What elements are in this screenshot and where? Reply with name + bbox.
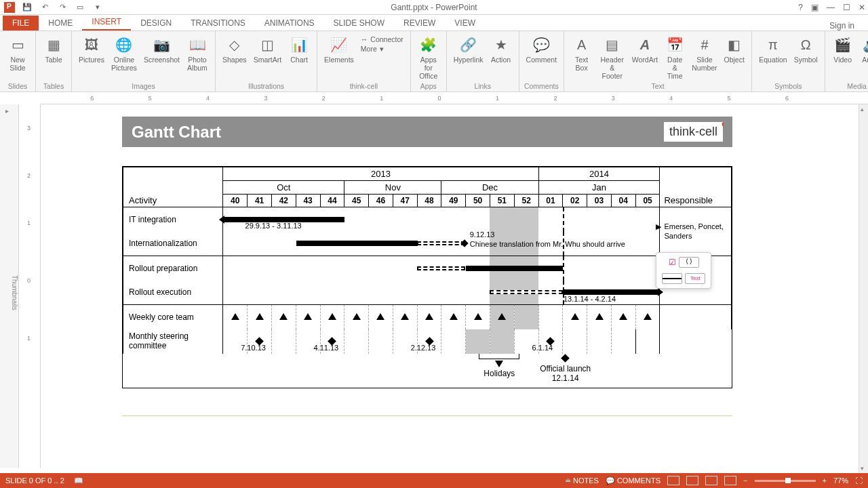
- thumbnails-label: Thumbnails: [11, 275, 18, 310]
- more-button[interactable]: More ▾: [361, 45, 403, 53]
- floating-toolbar[interactable]: ☑ ( ) Text: [656, 252, 711, 289]
- slide-canvas[interactable]: Gantt Chart think-cell Activity 2013 201…: [41, 104, 868, 468]
- ribbon-display-icon[interactable]: ▣: [811, 3, 818, 12]
- online-pictures-button[interactable]: 🌐Online Pictures: [108, 34, 140, 73]
- activity-header: Activity: [123, 167, 223, 207]
- group-text: Text: [568, 82, 747, 90]
- minimize-icon[interactable]: —: [827, 3, 835, 12]
- think-cell-logo: think-cell: [664, 122, 723, 142]
- hyperlink-button[interactable]: 🔗Hyperlink: [451, 34, 486, 65]
- responsible-cell[interactable]: ▶Emersen, Poncet, Sanders: [660, 207, 732, 256]
- tab-view[interactable]: VIEW: [445, 16, 485, 30]
- milestone-icon: [231, 313, 239, 320]
- slide-divider: [122, 415, 732, 416]
- row-rollout-execution[interactable]: Rollout execution 13.1.14 - 4.2.14: [123, 281, 732, 305]
- undo-icon[interactable]: ↶: [39, 2, 50, 13]
- tab-animations[interactable]: ANIMATIONS: [255, 16, 324, 30]
- group-tables: Tables: [40, 82, 67, 90]
- header-footer-button[interactable]: ▤Header & Footer: [596, 34, 628, 81]
- tab-design[interactable]: DESIGN: [131, 16, 181, 30]
- new-slide-button[interactable]: ▭New Slide: [4, 34, 31, 73]
- save-icon[interactable]: 💾: [22, 2, 33, 13]
- smartart-button[interactable]: ◫SmartArt: [251, 34, 284, 65]
- normal-view-icon[interactable]: [667, 476, 679, 485]
- zoom-level[interactable]: 77%: [833, 476, 848, 485]
- date-time-button[interactable]: 📅Date & Time: [662, 34, 688, 81]
- slideshow-view-icon[interactable]: [724, 476, 736, 485]
- symbol-button[interactable]: ΩSymbol: [791, 34, 821, 65]
- start-from-beginning-icon[interactable]: ▭: [75, 2, 85, 13]
- ribbon-tabs: FILE HOME INSERT DESIGN TRANSITIONS ANIM…: [0, 15, 868, 31]
- row-rollout-preparation[interactable]: Rollout preparation ☑ ( ): [123, 256, 732, 281]
- group-media: Media: [829, 82, 868, 90]
- zoom-out-icon[interactable]: −: [743, 476, 747, 485]
- connector-icon: ↔: [361, 35, 368, 43]
- tab-home[interactable]: HOME: [39, 16, 82, 30]
- tab-review[interactable]: REVIEW: [394, 16, 445, 30]
- equation-button[interactable]: πEquation: [756, 34, 789, 65]
- spellcheck-icon[interactable]: 📖: [74, 476, 83, 485]
- zoom-slider[interactable]: [755, 480, 816, 482]
- row-internationalization[interactable]: Internationalization 9.12.13 Chinese tra…: [123, 232, 732, 256]
- row-it-integration[interactable]: IT integration 29.9.13 - 3.11.13 ▶Emerse…: [123, 207, 732, 232]
- zoom-in-icon[interactable]: +: [823, 476, 827, 485]
- customize-qat-icon[interactable]: ▾: [92, 2, 103, 13]
- sorter-view-icon[interactable]: [686, 476, 698, 485]
- fit-to-window-icon[interactable]: ⛶: [855, 476, 863, 485]
- row-weekly-core-team[interactable]: Weekly core team: [123, 305, 732, 329]
- equation-icon: π: [762, 35, 784, 54]
- tab-slideshow[interactable]: SLIDE SHOW: [324, 16, 394, 30]
- tab-file[interactable]: FILE: [3, 16, 39, 30]
- ruler-vertical: 32101: [19, 104, 41, 468]
- text-button[interactable]: Text: [685, 273, 705, 284]
- expand-thumbnails-icon[interactable]: ▸: [5, 107, 9, 115]
- year-2013: 2013: [223, 167, 538, 181]
- apps-for-office-button[interactable]: 🧩Apps for Office: [415, 34, 442, 81]
- sign-in-link[interactable]: Sign in: [829, 21, 854, 30]
- screenshot-button[interactable]: 📷Screenshot: [141, 34, 182, 65]
- powerpoint-icon: [4, 2, 15, 13]
- group-apps: Apps: [415, 82, 442, 90]
- holidays-marker: Holidays: [479, 354, 519, 378]
- video-button[interactable]: 🎬Video: [829, 34, 856, 65]
- elements-button[interactable]: 📈Elements: [321, 34, 357, 65]
- action-button[interactable]: ★Action: [488, 34, 515, 65]
- close-icon[interactable]: ✕: [859, 3, 865, 12]
- thumbnails-panel[interactable]: ▸ Thumbnails: [0, 104, 19, 468]
- bracket-button[interactable]: ( ): [679, 257, 699, 268]
- audio-button[interactable]: 🔊Audio: [858, 34, 868, 65]
- text-box-button[interactable]: AText Box: [568, 34, 595, 73]
- comments-button[interactable]: 💬 COMMENTS: [606, 476, 660, 485]
- table-icon: ▦: [43, 35, 64, 54]
- tab-transitions[interactable]: TRANSITIONS: [181, 16, 255, 30]
- video-icon: 🎬: [832, 35, 854, 54]
- comment-button[interactable]: 💬Comment: [524, 34, 560, 65]
- tab-insert[interactable]: INSERT: [82, 14, 131, 30]
- photo-album-button[interactable]: 📖Photo Album: [184, 34, 211, 73]
- shapes-button[interactable]: ◇Shapes: [220, 34, 250, 65]
- table-button[interactable]: ▦Table: [40, 34, 67, 65]
- connector-button[interactable]: ↔Connector: [361, 35, 403, 43]
- vertical-scrollbar[interactable]: [859, 104, 868, 473]
- wordart-button[interactable]: AWordArt: [629, 34, 660, 65]
- bottom-markers: Holidays Official launch 12.1.14: [123, 354, 732, 388]
- chart-title-bar: Gantt Chart think-cell: [122, 117, 732, 147]
- checkbox-icon[interactable]: ☑: [669, 258, 676, 267]
- maximize-icon[interactable]: ☐: [843, 3, 850, 12]
- group-illustrations: Illustrations: [220, 82, 313, 90]
- reading-view-icon[interactable]: [705, 476, 717, 485]
- slide-number-button[interactable]: #Slide Number: [690, 34, 719, 73]
- gantt-chart[interactable]: Activity 2013 2014 Responsible Oct Nov D…: [122, 166, 732, 388]
- chart-title: Gantt Chart: [132, 123, 221, 142]
- redo-icon[interactable]: ↷: [57, 2, 68, 13]
- row-monthly-steering[interactable]: Monthly steering committee 7.10.13 4.11.…: [123, 329, 732, 354]
- pictures-button[interactable]: 🖼Pictures: [76, 34, 107, 65]
- bar-style-button[interactable]: [662, 273, 682, 284]
- help-icon[interactable]: ?: [798, 3, 803, 12]
- month-nov: Nov: [344, 181, 441, 195]
- apps-icon: 🧩: [418, 35, 439, 54]
- notes-button[interactable]: ≐ NOTES: [565, 476, 599, 485]
- chart-button[interactable]: 📊Chart: [285, 34, 313, 65]
- object-button[interactable]: ◧Object: [721, 34, 747, 65]
- status-bar: SLIDE 0 OF 0 .. 2 📖 ≐ NOTES 💬 COMMENTS −…: [0, 473, 868, 488]
